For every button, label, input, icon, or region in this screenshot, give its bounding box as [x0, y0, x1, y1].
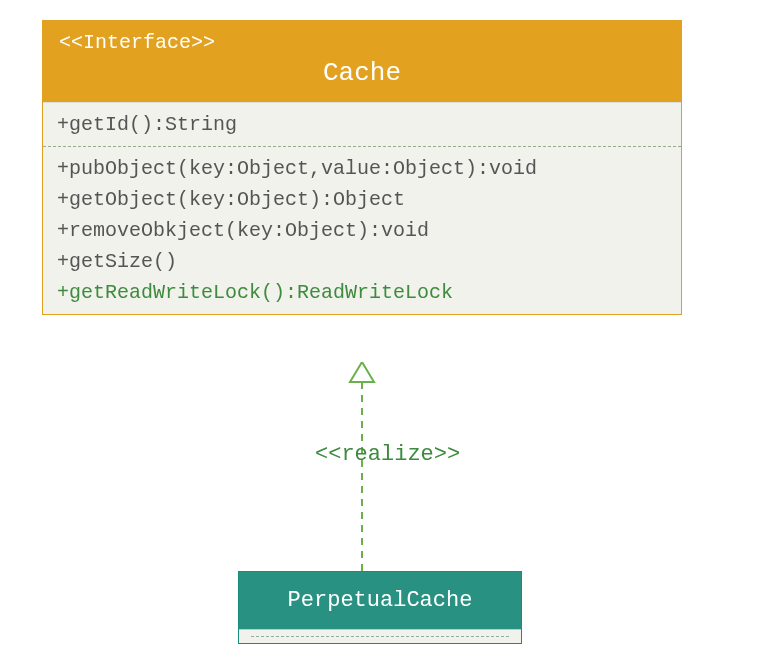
- interface-name: Cache: [59, 58, 665, 88]
- method-removeobject: +removeObkject(key:Object):void: [57, 215, 667, 246]
- method-getsize: +getSize(): [57, 246, 667, 277]
- class-perpetualcache: PerpetualCache: [238, 571, 522, 644]
- method-group-2: +pubObject(key:Object,value:Object):void…: [43, 147, 681, 314]
- class-body: [239, 629, 521, 643]
- interface-cache: <<Interface>> Cache +getId():String +pub…: [42, 20, 682, 315]
- method-getreadwritelock: +getReadWriteLock():ReadWriteLock: [57, 277, 667, 308]
- interface-body: +getId():String +pubObject(key:Object,va…: [43, 102, 681, 314]
- realize-label: <<realize>>: [315, 442, 460, 467]
- arrow-head-icon: [350, 362, 374, 382]
- interface-stereotype: <<Interface>>: [59, 31, 665, 54]
- method-pubobject: +pubObject(key:Object,value:Object):void: [57, 153, 667, 184]
- interface-header: <<Interface>> Cache: [43, 21, 681, 102]
- class-name: PerpetualCache: [239, 572, 521, 629]
- method-getobject: +getObject(key:Object):Object: [57, 184, 667, 215]
- method-getid: +getId():String: [57, 109, 667, 140]
- method-group-1: +getId():String: [43, 103, 681, 147]
